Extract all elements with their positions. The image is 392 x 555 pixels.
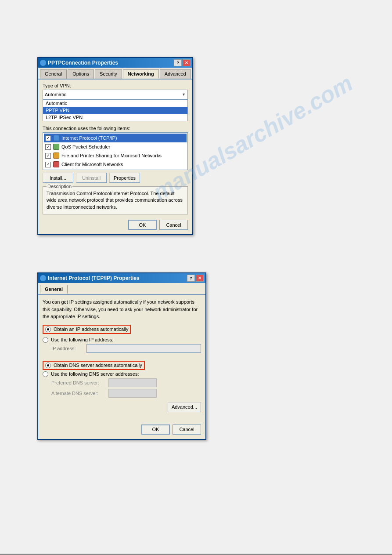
pptp-tab-networking[interactable]: Networking: [123, 69, 159, 79]
ip-address-input[interactable]: [86, 344, 201, 353]
pptp-cancel-button[interactable]: Cancel: [159, 220, 188, 230]
item-tcp-ip[interactable]: ✓ Internet Protocol (TCP/IP): [44, 134, 187, 142]
alternate-dns-input[interactable]: [108, 389, 157, 398]
ip-help-btn[interactable]: ?: [187, 275, 195, 282]
preferred-dns-label: Preferred DNS server:: [51, 380, 108, 385]
install-btn-row: Install... Uninstall Properties: [43, 173, 188, 183]
ip-address-row: IP address:: [43, 344, 201, 353]
ip-close-btn[interactable]: ✕: [196, 275, 204, 282]
ip-title-bar: Internet Protocol (TCP/IP) Properties ? …: [38, 273, 205, 283]
vpn-type-group: Type of VPN: Automatic ▼ Automatic PPTP …: [43, 83, 188, 99]
alternate-dns-row: Alternate DNS server:: [43, 389, 201, 398]
use-dns-radio-item[interactable]: Use the following DNS server addresses:: [43, 371, 201, 377]
description-text: Transmission Control Protocol/Internet P…: [47, 190, 184, 210]
pptp-title-bar: PPTPConnection Properties ? ✕: [38, 58, 192, 68]
ip-title-icon: [40, 275, 46, 281]
ip-info-text: You can get IP settings assigned automat…: [43, 298, 201, 320]
obtain-dns-radio[interactable]: [45, 363, 51, 368]
vpn-dropdown-list: Automatic PPTP VPN L2TP IPSec VPN: [43, 99, 188, 121]
ip-ok-button[interactable]: OK: [141, 424, 170, 435]
ip-dialog: Internet Protocol (TCP/IP) Properties ? …: [37, 272, 206, 440]
vpn-selected-value: Automatic: [45, 92, 182, 97]
item-file-sharing[interactable]: ✓ File and Printer Sharing for Microsoft…: [44, 151, 187, 160]
pptp-title-icon: [40, 60, 46, 66]
preferred-dns-input[interactable]: [108, 378, 157, 387]
obtain-dns-radio-box[interactable]: Obtain DNS server address automatically: [43, 361, 145, 370]
use-dns-radio[interactable]: [43, 371, 48, 377]
use-ip-radio-item[interactable]: Use the following IP address:: [43, 337, 201, 343]
tcp-ip-icon: [53, 134, 60, 141]
ip-content: You can get IP settings assigned automat…: [38, 295, 205, 439]
cb-tcp-ip[interactable]: ✓: [45, 135, 51, 141]
obtain-ip-dot: [47, 328, 49, 330]
vpn-option-automatic[interactable]: Automatic: [43, 100, 187, 107]
cb-client[interactable]: ✓: [45, 162, 51, 167]
cb-tcp-ip-check: ✓: [47, 136, 50, 140]
item-tcp-ip-label: Internet Protocol (TCP/IP): [61, 135, 117, 141]
vpn-option-l2tp[interactable]: L2TP IPSec VPN: [43, 114, 187, 121]
obtain-ip-radio-box[interactable]: Obtain an IP address automatically: [43, 325, 131, 334]
file-sharing-icon: [53, 152, 60, 159]
cb-qos-check: ✓: [47, 145, 50, 149]
qos-icon: [53, 143, 60, 150]
advanced-button[interactable]: Advanced...: [168, 402, 201, 412]
item-file-sharing-label: File and Printer Sharing for Microsoft N…: [61, 153, 162, 158]
preferred-dns-row: Preferred DNS server:: [43, 378, 201, 387]
pptp-tab-options[interactable]: Options: [68, 69, 94, 79]
ip-ok-cancel-row: OK Cancel: [43, 423, 201, 435]
advanced-btn-row: Advanced...: [43, 399, 201, 414]
pptp-tab-bar: General Options Security Networking Adva…: [38, 68, 192, 80]
dns-section: Obtain DNS server address automatically: [43, 361, 201, 371]
ip-tab-general[interactable]: General: [40, 285, 68, 294]
use-ip-radio[interactable]: [43, 337, 48, 343]
obtain-dns-label: Obtain DNS server address automatically: [54, 363, 142, 368]
pptp-ok-cancel-row: OK Cancel: [43, 218, 188, 231]
pptp-help-btn[interactable]: ?: [174, 59, 182, 66]
vpn-type-dropdown[interactable]: Automatic ▼ Automatic PPTP VPN L2TP IPSe…: [43, 90, 188, 99]
pptp-title-buttons: ? ✕: [174, 59, 191, 66]
item-client-label: Client for Microsoft Networks: [61, 162, 123, 167]
pptp-close-btn[interactable]: ✕: [183, 59, 191, 66]
cb-client-check: ✓: [47, 162, 50, 167]
ip-address-label: IP address:: [51, 346, 86, 351]
obtain-ip-group: Obtain an IP address automatically: [43, 325, 201, 335]
items-box: ✓ Internet Protocol (TCP/IP) ✓: [43, 132, 188, 170]
cb-file-sharing-check: ✓: [47, 153, 50, 158]
pptp-tab-general[interactable]: General: [40, 69, 67, 79]
ip-tab-bar: General: [38, 283, 205, 295]
pptp-title-text: PPTPConnection Properties: [48, 60, 118, 66]
uninstall-button[interactable]: Uninstall: [76, 173, 107, 183]
obtain-dns-dot: [47, 364, 49, 366]
pptp-tab-advanced[interactable]: Advanced: [160, 69, 191, 79]
obtain-ip-label: Obtain an IP address automatically: [54, 326, 128, 332]
obtain-ip-radio[interactable]: [45, 326, 51, 332]
vpn-dropdown-arrow-icon[interactable]: ▼: [182, 92, 186, 97]
item-qos[interactable]: ✓ QoS Packet Scheduler: [44, 142, 187, 151]
ip-cancel-button[interactable]: Cancel: [173, 424, 201, 435]
item-client[interactable]: ✓ Client for Microsoft Networks: [44, 160, 187, 169]
item-qos-label: QoS Packet Scheduler: [61, 144, 110, 149]
pptp-dialog: PPTPConnection Properties ? ✕ General Op…: [37, 57, 193, 235]
description-legend: Description: [47, 184, 72, 189]
vpn-option-pptp[interactable]: PPTP VPN: [43, 107, 187, 114]
properties-button[interactable]: Properties: [109, 173, 140, 183]
description-group: Description Transmission Control Protoco…: [43, 186, 188, 214]
cb-file-sharing[interactable]: ✓: [45, 153, 51, 159]
cb-qos[interactable]: ✓: [45, 144, 51, 150]
pptp-tab-security[interactable]: Security: [95, 69, 122, 79]
ip-title-text: Internet Protocol (TCP/IP) Properties: [48, 275, 140, 281]
alternate-dns-label: Alternate DNS server:: [51, 391, 108, 396]
use-dns-label: Use the following DNS server addresses:: [51, 371, 139, 377]
client-icon: [53, 161, 60, 168]
vpn-type-label: Type of VPN:: [43, 83, 188, 88]
install-button[interactable]: Install...: [43, 173, 73, 183]
items-label: This connection uses the following items…: [43, 126, 188, 131]
use-ip-label: Use the following IP address:: [51, 337, 113, 342]
pptp-content: Type of VPN: Automatic ▼ Automatic PPTP …: [38, 80, 192, 234]
ip-title-buttons: ? ✕: [187, 275, 204, 282]
pptp-ok-button[interactable]: OK: [128, 220, 157, 230]
